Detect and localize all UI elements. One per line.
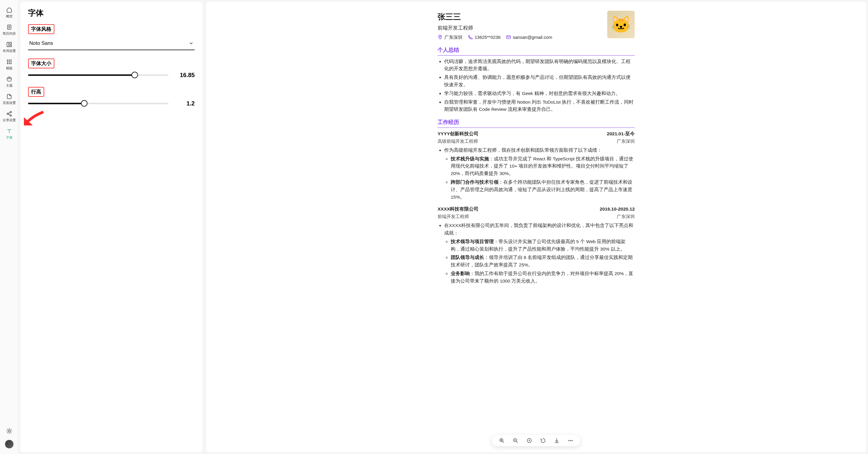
phone-icon (468, 35, 473, 40)
reset-icon (540, 438, 546, 443)
svg-line-23 (8, 112, 10, 113)
preview-toolbar (492, 435, 580, 446)
job-company: YYYY创新科技公司 (438, 130, 478, 138)
svg-line-31 (11, 432, 11, 433)
chevron-down-icon (189, 41, 193, 46)
job-bullet: 技术栈升级与实施：成功主导并完成了 React 和 TypeScript 技术栈… (451, 155, 635, 177)
svg-rect-6 (9, 45, 11, 47)
job-period: 2016.10-2020.12 (600, 206, 635, 213)
resume-document: 张三三 前端开发工程师 广东深圳 13625**0236 (438, 11, 635, 285)
dots-icon (568, 438, 573, 443)
svg-line-24 (8, 114, 10, 115)
svg-point-15 (10, 63, 11, 64)
center-icon (527, 438, 532, 443)
sidebar-item-page[interactable]: 页面设置 (1, 91, 18, 108)
summary-item: 具有良好的沟通、协调能力，愿意积极参与产品讨论，但期望团队有高效的沟通方式以便快… (444, 74, 635, 89)
sidebar-item-theme[interactable]: 主题 (1, 73, 18, 90)
job-role: 高级前端开发工程师 (438, 138, 478, 145)
sidebar-item-share[interactable]: 分享设置 (1, 108, 18, 125)
job-location: 广东深圳 (617, 213, 635, 220)
line-height-value: 1.2 (176, 100, 195, 107)
user-avatar[interactable] (5, 440, 14, 449)
contact-phone: 13625**0236 (468, 34, 501, 41)
sidebar-item-label: 页面设置 (3, 101, 16, 105)
contact-location: 广东深圳 (438, 34, 462, 41)
sidebar-item-label: 主题 (6, 83, 12, 88)
svg-point-43 (527, 438, 531, 443)
sidebar-item-layout[interactable]: 布局设置 (1, 39, 18, 56)
job-bullet: 团队领导与成长：领导并培训了由 8 名前端开发组成的团队，通过分享最佳实践和定期… (451, 254, 635, 269)
svg-point-17 (8, 78, 8, 79)
sidebar-item-label: 分享设置 (3, 118, 16, 122)
font-size-value: 16.85 (176, 72, 195, 79)
font-style-block: 字体风格 Noto Sans (28, 24, 195, 50)
sidebar-item-label: 简历内容 (3, 31, 16, 36)
svg-rect-5 (9, 42, 11, 44)
svg-line-33 (11, 429, 11, 429)
download-icon (554, 438, 559, 443)
theme-toggle[interactable] (6, 428, 12, 435)
job-intro: 作为高级前端开发工程师，我在技术创新和团队带领方面取得了以下成绩： 技术栈升级与… (444, 147, 635, 201)
sidebar-item-label: 字体 (6, 135, 12, 140)
share-icon (6, 111, 12, 117)
text-icon (6, 128, 12, 134)
font-size-block: 字体大小 16.85 (28, 59, 195, 79)
page-icon (6, 93, 12, 99)
resume-avatar (607, 11, 635, 38)
summary-item: 代码洁癖，追求简洁美观高效的代码，期望研发团队有明确的编码规范以及模块化、工程化… (444, 58, 635, 73)
zoom-in-icon (499, 438, 504, 443)
zoom-out-button[interactable] (512, 437, 519, 444)
job-bullet: 跨部门合作与技术引领：在多个跨功能团队中担任技术专家角色，促进了前端技术和设计、… (451, 179, 635, 201)
sidebar-item-content[interactable]: 简历内容 (1, 22, 18, 38)
font-style-value: Noto Sans (29, 40, 53, 46)
zoom-out-icon (513, 438, 518, 443)
svg-point-8 (9, 59, 9, 60)
svg-line-37 (502, 441, 504, 443)
annotation-box: 字体风格 (28, 24, 54, 34)
job-company: XXXX科技有限公司 (438, 206, 478, 213)
job-bullet: 技术领导与项目管理：带头设计并实施了公司优先级最高的 5 个 Web 应用的前端… (451, 238, 635, 253)
section-divider (438, 55, 635, 56)
line-height-block: 行高 1.2 (28, 87, 195, 107)
location-icon (438, 35, 443, 40)
menu-button[interactable] (567, 437, 574, 444)
svg-line-41 (516, 441, 518, 443)
home-icon (6, 7, 12, 13)
document-icon (6, 24, 12, 30)
font-size-slider[interactable] (28, 71, 168, 79)
job-points: 在XXXX科技有限公司的五年间，我负责了前端架构的设计和优化，其中包含了以下亮点… (438, 222, 635, 285)
sidebar-item-template[interactable]: 模版 (1, 56, 18, 73)
svg-point-44 (529, 440, 530, 441)
sidebar-item-label: 布局设置 (3, 49, 16, 53)
job-intro: 在XXXX科技有限公司的五年间，我负责了前端架构的设计和优化，其中包含了以下亮点… (444, 222, 635, 285)
download-button[interactable] (554, 437, 560, 444)
center-button[interactable] (526, 437, 533, 444)
line-height-slider[interactable] (28, 100, 168, 107)
svg-rect-4 (7, 42, 9, 47)
section-divider (438, 127, 635, 128)
svg-point-13 (7, 63, 8, 64)
job-role: 前端开发工程师 (438, 213, 469, 220)
font-style-dropdown[interactable]: Noto Sans (28, 37, 195, 50)
zoom-in-button[interactable] (498, 437, 505, 444)
resume-name: 张三三 (438, 11, 552, 23)
font-style-label: 字体风格 (31, 26, 51, 32)
reset-button[interactable] (540, 437, 546, 444)
sidebar-item-overview[interactable]: 概览 (1, 4, 18, 21)
mail-icon (506, 35, 511, 40)
svg-point-11 (9, 61, 9, 62)
job-bullet: 业务影响：我的工作有助于提升公司在行业内的竞争力，对外项目中标率提高 20%，直… (451, 270, 635, 285)
sidebar-item-font[interactable]: 字体 (1, 125, 18, 142)
svg-point-9 (10, 59, 11, 60)
line-height-label: 行高 (31, 89, 41, 95)
summary-list: 代码洁癖，追求简洁美观高效的代码，期望研发团队有明确的编码规范以及模块化、工程化… (438, 58, 635, 114)
font-size-label: 字体大小 (31, 61, 51, 66)
annotation-box: 字体大小 (28, 59, 54, 68)
svg-point-12 (10, 61, 11, 62)
svg-point-7 (7, 59, 8, 60)
resume-role: 前端开发工程师 (438, 24, 552, 32)
palette-icon (6, 76, 12, 82)
svg-point-14 (9, 63, 9, 64)
preview-scroll[interactable]: 张三三 前端开发工程师 广东深圳 13625**0236 (206, 2, 866, 452)
section-title-work: 工作经历 (438, 118, 635, 127)
